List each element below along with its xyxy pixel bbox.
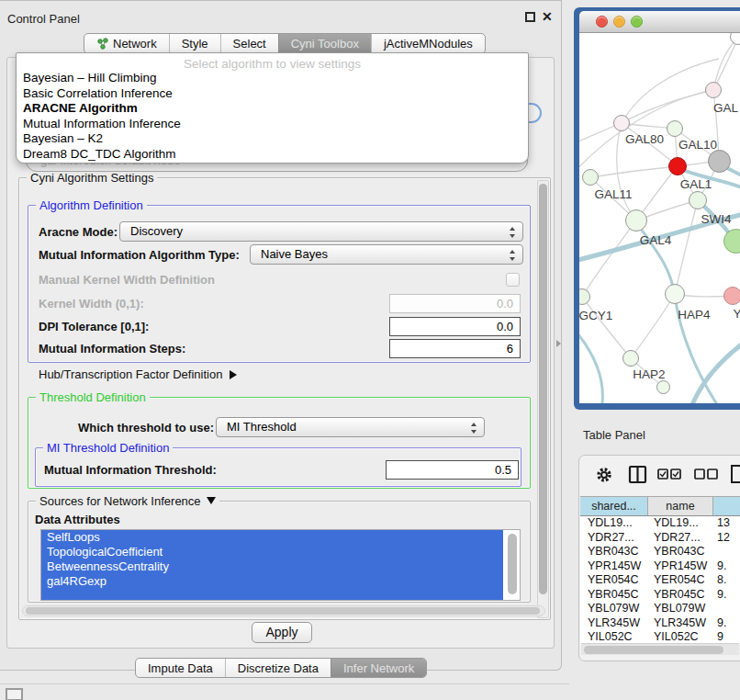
dpi-tolerance-input[interactable]: 0.0: [389, 317, 521, 336]
tab-jactivemnodules[interactable]: jActiveMNodules: [371, 34, 485, 53]
network-node-hap2[interactable]: [622, 350, 639, 367]
attribute-item-selected[interactable]: SelfLoops: [41, 530, 503, 545]
node-label: GAL1: [680, 177, 712, 191]
hub-transcription-factor-expander[interactable]: Hub/Transcription Factor Definition: [39, 367, 237, 381]
column-header-shared-name[interactable]: shared...: [580, 497, 648, 515]
settings-horizontal-scrollbar[interactable]: [22, 605, 545, 616]
table-row[interactable]: YIL052CYIL052C9: [580, 630, 740, 644]
mi-algorithm-type-combo[interactable]: Naive Bayes: [250, 244, 523, 265]
kernel-width-input[interactable]: 0.0: [389, 294, 521, 313]
list-scrollbar-thumb[interactable]: [508, 534, 517, 594]
dropdown-item[interactable]: Basic Correlation Inference: [17, 86, 528, 102]
cyni-bottom-tabbar: Impute Data Discretize Data Infer Networ…: [135, 658, 427, 678]
group-title: Cyni Algorithm Settings: [27, 171, 157, 185]
dropdown-item[interactable]: Dream8 DC_TDC Algorithm: [17, 147, 528, 163]
table-panel-title: Table Panel: [583, 428, 645, 442]
dropdown-item[interactable]: Mutual Information Inference: [17, 117, 528, 132]
expander-right-icon: [230, 370, 237, 379]
network-node-gal10[interactable]: [667, 120, 683, 137]
network-window-titlebar[interactable]: [579, 11, 740, 33]
table-row[interactable]: YPR145WYPR145W9.: [580, 559, 740, 574]
node-label: GAL80: [625, 132, 664, 146]
tab-discretize-data[interactable]: Discretize Data: [225, 659, 331, 677]
which-threshold-label: Which threshold to use:: [78, 421, 214, 435]
minimized-panel-icon[interactable]: [6, 688, 23, 700]
dropdown-item-highlighted[interactable]: ARACNE Algorithm: [17, 101, 528, 117]
apply-button[interactable]: Apply: [252, 622, 312, 643]
network-graph-icon: [96, 38, 108, 50]
minimize-traffic-light-icon[interactable]: [613, 16, 625, 28]
attribute-item-selected-partial[interactable]: [41, 589, 503, 601]
scrollbar-thumb[interactable]: [26, 607, 540, 615]
algorithm-dropdown-popup: Select algorithm to view settings Bayesi…: [16, 52, 529, 164]
network-node-gal4[interactable]: [625, 209, 647, 231]
settings-vertical-scrollbar[interactable]: [537, 180, 549, 618]
table-row[interactable]: YBR045CYBR045C9.: [580, 588, 740, 603]
column-header-partial[interactable]: [713, 497, 740, 515]
network-node-gray[interactable]: [708, 150, 731, 173]
control-panel-titlebar: Control Panel ✕: [0, 0, 562, 22]
node-label: GAL10: [678, 138, 717, 152]
manual-kernel-width-checkbox[interactable]: [506, 273, 520, 287]
attribute-item-selected[interactable]: gal4RGexp: [41, 574, 503, 589]
control-panel-tabbar: Network Style Select Cyni Toolbox jActiv…: [84, 33, 486, 54]
mi-steps-input[interactable]: 6: [389, 339, 521, 358]
panel-splitter-handle[interactable]: [556, 340, 561, 347]
group-title: Threshold Definition: [36, 390, 150, 404]
kernel-width-label: Kernel Width (0,1):: [39, 297, 144, 310]
node-label: GAL11: [594, 187, 632, 201]
zoom-traffic-light-icon[interactable]: [631, 16, 643, 28]
column-header-name[interactable]: name: [648, 497, 713, 515]
table-row[interactable]: YDL19...YDL19...13: [580, 516, 740, 531]
select-all-checkboxes-icon[interactable]: [657, 469, 681, 480]
network-node[interactable]: [705, 82, 722, 98]
dropdown-item[interactable]: Bayesian – K2: [17, 131, 528, 147]
network-node-pink[interactable]: [723, 287, 740, 305]
aracne-mode-combo[interactable]: Discovery: [119, 221, 523, 242]
scrollbar-thumb[interactable]: [539, 184, 547, 594]
network-node-swi4[interactable]: [689, 191, 707, 209]
column-split-icon[interactable]: [628, 465, 648, 485]
deselect-all-checkboxes-icon[interactable]: [694, 469, 718, 480]
table-row[interactable]: YDR27...YDR27...12: [580, 531, 740, 546]
attribute-item-selected[interactable]: TopologicalCoefficient: [41, 545, 503, 559]
tab-cyni-toolbox[interactable]: Cyni Toolbox: [278, 34, 371, 53]
attribute-item-selected[interactable]: BetweennessCentrality: [41, 559, 503, 574]
network-canvas[interactable]: GAL GAL80 GAL10 GAL1 GAL11 SWI4 GAL4 GCY…: [579, 33, 740, 403]
which-threshold-combo[interactable]: MI Threshold: [216, 417, 485, 437]
gear-icon[interactable]: [595, 466, 613, 484]
tab-infer-network[interactable]: Infer Network: [331, 659, 426, 677]
network-node-gal1-selected[interactable]: [668, 157, 687, 175]
table-row[interactable]: YLR345WYLR345W9.: [580, 616, 740, 631]
network-node[interactable]: [656, 380, 670, 394]
group-title: MI Threshold Definition: [43, 441, 173, 455]
dropdown-prompt: Select algorithm to view settings: [17, 57, 528, 71]
tab-select[interactable]: Select: [220, 34, 278, 53]
tab-impute-data[interactable]: Impute Data: [136, 659, 225, 677]
network-node-hap4[interactable]: [665, 284, 685, 304]
tab-network-label: Network: [113, 37, 157, 51]
tab-network[interactable]: Network: [84, 34, 169, 53]
scrollbar-thumb[interactable]: [584, 646, 723, 654]
node-label: HAP4: [678, 308, 710, 322]
close-icon[interactable]: ✕: [542, 9, 553, 24]
network-node-gal80[interactable]: [613, 115, 630, 131]
control-panel-title: Control Panel: [7, 12, 80, 26]
dropdown-item[interactable]: Bayesian – Hill Climbing: [17, 71, 528, 86]
tab-style[interactable]: Style: [169, 34, 220, 53]
network-node-gal11[interactable]: [582, 169, 599, 186]
table-row[interactable]: YBL079WYBL079W: [580, 602, 740, 616]
sources-collapse-header[interactable]: Sources for Network Inference: [36, 494, 219, 508]
node-label: GAL: [713, 101, 738, 115]
combo-spinner-icon: [509, 226, 516, 239]
aracne-mode-label: Aracne Mode:: [39, 225, 118, 239]
combo-spinner-icon: [470, 422, 477, 435]
new-table-icon[interactable]: [730, 464, 740, 484]
table-horizontal-scrollbar[interactable]: [581, 643, 739, 655]
mutual-information-threshold-input[interactable]: 0.5: [386, 460, 519, 480]
table-row[interactable]: YBR043CYBR043C: [580, 545, 740, 559]
close-traffic-light-icon[interactable]: [596, 16, 608, 28]
float-window-icon[interactable]: [525, 12, 535, 22]
combo-spinner-icon: [509, 249, 516, 262]
table-row[interactable]: YER054CYER054C8.: [580, 573, 740, 588]
